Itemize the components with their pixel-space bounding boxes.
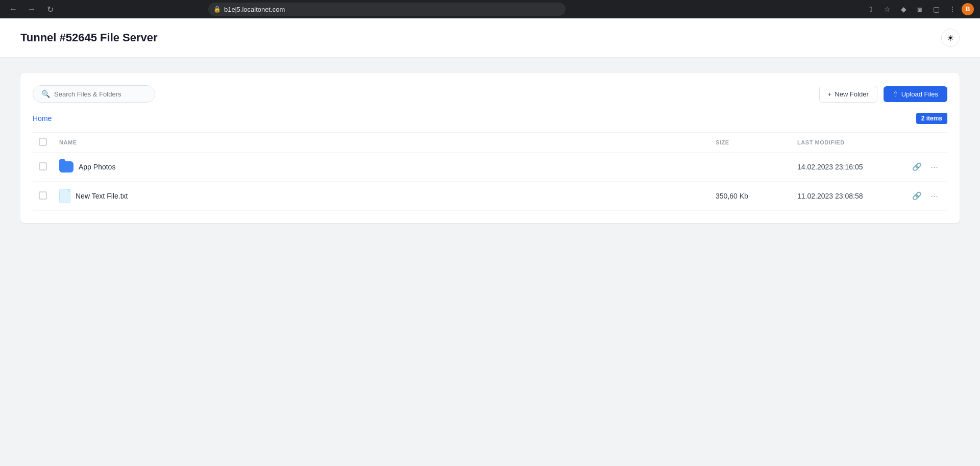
th-actions — [903, 133, 947, 153]
file-name[interactable]: New Text File.txt — [76, 192, 128, 200]
file-name[interactable]: App Photos — [79, 163, 115, 171]
upload-files-button[interactable]: ⇧ Upload Files — [884, 86, 947, 102]
star-icon[interactable]: ☆ — [880, 2, 894, 16]
row-name-cell: New Text File.txt — [53, 182, 709, 211]
new-folder-icon: + — [828, 90, 832, 98]
menu-icon[interactable]: ⋮ — [945, 2, 960, 16]
theme-toggle-button[interactable]: ☀ — [941, 29, 960, 47]
th-modified: LAST MODIFIED — [791, 133, 903, 153]
row-size-cell: 350,60 Kb — [709, 182, 791, 211]
page-title: Tunnel #52645 File Server — [20, 31, 158, 44]
row-actions-cell: 🔗 ⋯ — [903, 182, 947, 211]
file-name-cell: App Photos — [59, 161, 703, 173]
row-checkbox-cell — [33, 153, 53, 182]
browser-actions: ⇧ ☆ ◆ ◙ ▢ ⋮ B — [864, 2, 974, 16]
row-modified-cell: 14.02.2023 23:16:05 — [791, 153, 903, 182]
share-icon[interactable]: ⇧ — [864, 2, 878, 16]
file-table: NAME SIZE LAST MODIFIED App Photos — [33, 132, 947, 211]
lock-icon: 🔒 — [213, 6, 221, 13]
upload-label: Upload Files — [901, 90, 938, 98]
main-content: 🔍 + New Folder ⇧ Upload Files Home — [0, 58, 980, 238]
actions-cell: 🔗 ⋯ — [910, 189, 941, 203]
th-name: NAME — [53, 133, 709, 153]
row-size-cell — [709, 153, 791, 182]
toolbar-actions: + New Folder ⇧ Upload Files — [819, 86, 947, 103]
breadcrumb-home[interactable]: Home — [33, 114, 52, 122]
forward-button[interactable]: → — [24, 2, 39, 16]
toolbar: 🔍 + New Folder ⇧ Upload Files — [33, 85, 947, 103]
items-count-badge: 2 items — [916, 113, 947, 124]
profile-button[interactable]: B — [962, 3, 974, 15]
upload-icon: ⇧ — [893, 90, 898, 98]
extensions-icon[interactable]: ◆ — [896, 2, 911, 16]
file-name-cell: New Text File.txt — [59, 189, 703, 203]
address-bar[interactable]: 🔒 b1ej5.localtonet.com — [208, 3, 566, 16]
th-size: SIZE — [709, 133, 791, 153]
window-icon[interactable]: ▢ — [929, 2, 943, 16]
copy-link-button[interactable]: 🔗 — [910, 189, 924, 203]
more-options-button[interactable]: ⋯ — [927, 189, 941, 203]
browser-chrome: ← → ↻ 🔒 b1ej5.localtonet.com ⇧ ☆ ◆ ◙ ▢ ⋮… — [0, 0, 980, 18]
more-options-button[interactable]: ⋯ — [927, 160, 941, 174]
file-icon — [59, 189, 70, 203]
search-icon: 🔍 — [41, 90, 50, 98]
row-actions-cell: 🔗 ⋯ — [903, 153, 947, 182]
breadcrumb-row: Home 2 items — [33, 113, 947, 124]
actions-cell: 🔗 ⋯ — [910, 160, 941, 174]
new-folder-button[interactable]: + New Folder — [819, 86, 877, 103]
back-button[interactable]: ← — [6, 2, 20, 16]
header-checkbox[interactable] — [39, 138, 47, 146]
puzzle-icon[interactable]: ◙ — [913, 2, 927, 16]
new-folder-label: New Folder — [835, 90, 868, 98]
row-modified-cell: 11.02.2023 23:08:58 — [791, 182, 903, 211]
th-checkbox — [33, 133, 53, 153]
search-box[interactable]: 🔍 — [33, 85, 155, 103]
search-input[interactable] — [54, 90, 146, 98]
row-name-cell: App Photos — [53, 153, 709, 182]
address-text: b1ej5.localtonet.com — [224, 6, 285, 13]
app-header: Tunnel #52645 File Server ☀ — [0, 18, 980, 58]
file-browser-card: 🔍 + New Folder ⇧ Upload Files Home — [20, 73, 960, 223]
copy-link-button[interactable]: 🔗 — [910, 160, 924, 174]
row-checkbox-cell — [33, 182, 53, 211]
folder-icon — [59, 161, 74, 173]
file-table-body: App Photos 14.02.2023 23:16:05 🔗 ⋯ New T… — [33, 153, 947, 211]
row-checkbox[interactable] — [39, 162, 47, 170]
table-row: New Text File.txt 350,60 Kb 11.02.2023 2… — [33, 182, 947, 211]
row-checkbox[interactable] — [39, 191, 47, 200]
table-row: App Photos 14.02.2023 23:16:05 🔗 ⋯ — [33, 153, 947, 182]
table-header: NAME SIZE LAST MODIFIED — [33, 133, 947, 153]
reload-button[interactable]: ↻ — [43, 2, 57, 16]
page: Tunnel #52645 File Server ☀ 🔍 + New Fold… — [0, 18, 980, 466]
